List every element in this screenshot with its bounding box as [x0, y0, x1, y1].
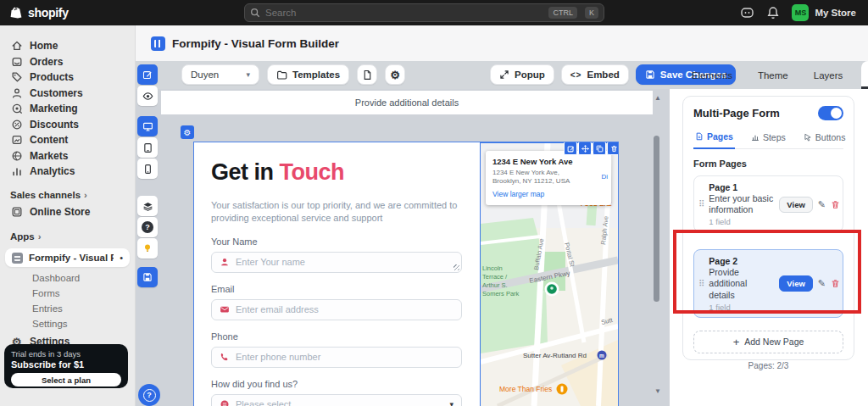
sidebar-item-markets[interactable]: Markets	[0, 148, 135, 164]
ideas-button[interactable]	[137, 238, 158, 259]
notifications-bell-icon[interactable]	[766, 6, 780, 19]
help-button[interactable]: ?	[138, 384, 160, 406]
edit-page-icon[interactable]: ✎	[818, 199, 826, 210]
add-new-page-button[interactable]: + Add New Page	[693, 331, 843, 353]
store-menu[interactable]: MS My Store	[792, 4, 856, 21]
page-banner[interactable]: Provide additional details	[161, 91, 653, 114]
global-search[interactable]: CTRL K	[244, 3, 604, 22]
field-label-email: Email	[211, 284, 465, 294]
sidebar: Home Orders Products Customers Marketing…	[0, 25, 136, 406]
canvas-scroll-down[interactable]: ▼	[654, 387, 661, 395]
inner-tab-label: Buttons	[815, 132, 846, 142]
section-settings-button[interactable]: ⚙	[181, 125, 194, 139]
form-settings-button[interactable]: ⚙	[385, 64, 405, 85]
canvas-scroll-up[interactable]: ▲	[654, 94, 661, 102]
directions-link[interactable]: Di	[601, 173, 608, 181]
inner-tab-steps[interactable]: Steps	[749, 131, 787, 148]
tab-layers[interactable]: Layers	[810, 70, 847, 81]
desktop-view-button[interactable]	[137, 116, 158, 136]
phone-field[interactable]: Enter phone number	[211, 347, 462, 368]
help-tips-button[interactable]: ?	[137, 217, 158, 237]
select-plan-button[interactable]: Select a plan	[11, 373, 121, 387]
tab-elements[interactable]: Elements	[688, 70, 736, 81]
page-description: Provide additional details	[709, 267, 775, 300]
sidebar-item-dashboard[interactable]: Dashboard	[0, 270, 135, 286]
element-edit-button[interactable]	[564, 142, 577, 155]
quick-save-button[interactable]	[137, 267, 158, 287]
tab-theme[interactable]: Theme	[754, 70, 792, 81]
multi-page-title: Multi-Page Form	[693, 107, 780, 120]
resize-handle[interactable]	[453, 264, 459, 270]
element-move-button[interactable]	[578, 142, 592, 155]
store-name: My Store	[815, 8, 856, 18]
drag-handle-icon[interactable]: ⠿	[698, 280, 704, 288]
templates-button[interactable]: Templates	[267, 64, 349, 85]
form-preview-section[interactable]: Get in Touch Your satisfaction is our to…	[193, 142, 619, 406]
shopify-logo[interactable]: shopify	[0, 6, 244, 19]
form-select-dropdown[interactable]: Duyen ▾	[181, 64, 259, 85]
drag-handle-icon[interactable]: ⠿	[698, 200, 704, 209]
preview-button[interactable]	[137, 86, 158, 106]
email-field[interactable]: Enter email address	[211, 299, 462, 320]
view-page-button[interactable]: View	[779, 197, 812, 213]
gear-icon: ⚙	[184, 128, 192, 137]
mobile-view-button[interactable]	[137, 159, 158, 179]
name-field[interactable]: Enter Your name	[211, 252, 462, 273]
page-card-1[interactable]: ⠿ Page 1 Enter your basic information 1 …	[693, 175, 843, 232]
popup-button[interactable]: Popup	[490, 64, 554, 85]
sidebar-item-content[interactable]: Content	[0, 132, 135, 148]
search-input[interactable]	[265, 8, 541, 18]
sidebar-item-settings-sub[interactable]: Settings	[0, 316, 135, 331]
delete-page-icon[interactable]	[831, 200, 840, 209]
form-pages-heading: Form Pages	[693, 159, 843, 169]
sidebar-item-formpify-app[interactable]: Formpify - Visual For... •	[5, 248, 130, 267]
element-duplicate-button[interactable]	[593, 142, 606, 155]
sidebar-item-home[interactable]: Home	[0, 38, 135, 54]
right-panel-tabs: Elements Theme Layers Pages	[670, 61, 868, 89]
products-tag-icon	[10, 71, 23, 83]
field-label-phone: Phone	[211, 331, 465, 342]
edit-mode-button[interactable]	[137, 64, 158, 85]
tablet-icon	[142, 142, 153, 153]
chevron-down-icon: ▾	[449, 400, 453, 406]
view-page-button[interactable]: View	[779, 275, 812, 292]
svg-text:Lincoln: Lincoln	[482, 264, 503, 272]
layers-button[interactable]	[137, 196, 158, 216]
inbox-chat-icon[interactable]	[740, 6, 754, 20]
element-delete-button[interactable]	[607, 142, 619, 155]
sidebar-item-customers[interactable]: Customers	[0, 86, 135, 102]
view-larger-map-link[interactable]: View larger map	[492, 190, 604, 198]
sidebar-item-entries[interactable]: Entries	[0, 301, 135, 316]
source-select[interactable]: Please select ▾	[211, 394, 462, 406]
sidebar-item-orders[interactable]: Orders	[0, 54, 135, 70]
embed-button[interactable]: <> Embed	[561, 64, 629, 85]
sub-item-label: Settings	[32, 319, 68, 329]
sidebar-item-online-store[interactable]: Online Store	[0, 204, 135, 220]
form-details-button[interactable]	[357, 64, 377, 85]
tablet-view-button[interactable]	[137, 137, 158, 158]
sidebar-item-products[interactable]: Products	[0, 70, 135, 86]
edit-page-icon[interactable]: ✎	[818, 278, 826, 289]
sidebar-item-forms[interactable]: Forms	[0, 286, 135, 301]
tab-pages[interactable]: Pages	[861, 61, 868, 89]
sidebar-item-discounts[interactable]: Discounts	[0, 117, 135, 133]
sidebar-item-analytics[interactable]: Analytics	[0, 164, 135, 180]
delete-page-icon[interactable]	[831, 279, 840, 288]
page-card-2[interactable]: ⠿ Page 2 Provide additional details 1 fi…	[693, 249, 843, 317]
sidebar-item-marketing[interactable]: Marketing	[0, 101, 135, 117]
trial-banner: Trial ends in 3 days Subscribe for $1 Se…	[4, 344, 128, 388]
multi-page-toggle[interactable]	[818, 106, 843, 120]
search-icon	[250, 8, 260, 18]
discounts-icon	[10, 119, 23, 131]
page-field-count: 1 field	[709, 217, 775, 226]
map-widget[interactable]: FOOD BAZ Buffalo Ave Ralph Ave Eastern P…	[480, 142, 619, 406]
inner-tab-buttons[interactable]: Buttons	[802, 131, 848, 148]
expand-arrows-icon	[499, 70, 509, 80]
formpify-app-icon	[12, 253, 23, 264]
inner-tab-pages[interactable]: Pages	[693, 131, 735, 149]
page-title: Formpify - Visual Form Builder	[172, 37, 339, 50]
question-icon: ?	[143, 389, 156, 402]
apps-section[interactable]: Apps ›	[0, 231, 135, 242]
canvas-scrollbar[interactable]	[654, 136, 659, 302]
sales-channels-section[interactable]: Sales channels ›	[0, 190, 135, 200]
